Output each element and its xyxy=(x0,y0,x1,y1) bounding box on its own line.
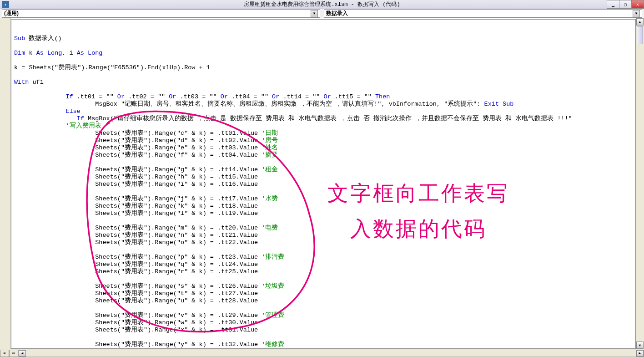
code-line[interactable]: Sheets("费用表").Range("v" & k) = .tt29.Val… xyxy=(14,312,633,319)
code-line[interactable]: Sheets("费用表").Range("n" & k) = .tt21.Val… xyxy=(14,232,633,239)
code-line[interactable]: Sheets("费用表").Range("p" & k) = .tt23.Val… xyxy=(14,254,633,261)
code-line[interactable] xyxy=(14,275,633,283)
code-line[interactable]: Sheets("费用表").Range("e" & k) = .tt03.Val… xyxy=(14,144,633,152)
scroll-down-button[interactable]: ▼ xyxy=(636,342,644,349)
code-line[interactable]: Sheets("费用表").Range("g" & k) = .tt14.Val… xyxy=(14,166,633,173)
window-title: 房屋租赁租金水电费用综合管理系统.xlsm - 数据写入 (代码) xyxy=(244,0,400,8)
code-content[interactable]: Sub 数据录入() Dim k As Long, i As Long k = … xyxy=(11,34,635,349)
code-line[interactable] xyxy=(14,57,633,64)
code-line[interactable]: Sheets("费用表").Range("x" & k) = .tt31.Val… xyxy=(14,326,633,334)
code-line[interactable]: Sheets("费用表").Range("c" & k) = .tt01.Val… xyxy=(14,130,633,137)
code-line[interactable]: k = Sheets("费用表").Range("E65536").End(xl… xyxy=(14,64,633,71)
scroll-thumb[interactable] xyxy=(637,26,643,44)
minimize-button[interactable]: ▁ xyxy=(607,0,619,9)
code-line[interactable]: Sheets("费用表").Range("l" & k) = .tt19.Val… xyxy=(14,210,633,217)
bottom-bar: ≡ ▭ ◀ ▶ xyxy=(0,349,644,357)
code-line[interactable]: Sheets("费用表").Range("s" & k) = .tt26.Val… xyxy=(14,283,633,290)
code-line[interactable]: Sheets("费用表").Range("f" & k) = .tt04.Val… xyxy=(14,152,633,159)
procedure-view-button[interactable]: ≡ xyxy=(0,350,9,357)
code-line[interactable] xyxy=(14,42,633,50)
code-line[interactable]: Sheets("费用表").Range("y" & k) = .tt32.Val… xyxy=(14,341,633,348)
code-line[interactable]: Else xyxy=(14,108,633,115)
code-line[interactable]: Sheets("费用表").Range("t" & k) = .tt27.Val… xyxy=(14,290,633,297)
code-line[interactable] xyxy=(14,86,633,93)
vertical-scrollbar[interactable]: ▲ ▼ xyxy=(636,18,644,349)
object-dropdown-value: (通用) xyxy=(4,10,19,17)
object-dropdown[interactable]: (通用) ▼ xyxy=(2,9,320,18)
code-line[interactable]: Sheets("费用表").Range("w" & k) = .tt30.Val… xyxy=(14,319,633,326)
code-line[interactable] xyxy=(14,334,633,341)
code-editor[interactable]: Sub 数据录入() Dim k As Long, i As Long k = … xyxy=(11,19,636,349)
window-controls: ▁ ▢ ✕ xyxy=(607,0,644,9)
code-line[interactable]: Sheets("费用表").Range("q" & k) = .tt24.Val… xyxy=(14,261,633,268)
code-line[interactable]: Dim k As Long, i As Long xyxy=(14,50,633,57)
chevron-down-icon: ▼ xyxy=(633,10,640,17)
code-line[interactable]: Sheets("费用表").Range("m" & k) = .tt20.Val… xyxy=(14,224,633,232)
chevron-down-icon: ▼ xyxy=(311,10,318,17)
vbe-icon: ✦ xyxy=(2,1,9,8)
close-button[interactable]: ✕ xyxy=(631,0,644,9)
code-line[interactable]: Sheets("费用表").Range("o" & k) = .tt22.Val… xyxy=(14,239,633,246)
code-line[interactable] xyxy=(14,71,633,79)
code-line[interactable] xyxy=(14,246,633,254)
code-line[interactable]: Sheets("费用表").Range("k" & k) = .tt18.Val… xyxy=(14,203,633,210)
full-module-view-button[interactable]: ▭ xyxy=(9,350,18,357)
procedure-dropdown-value: 数据录入 xyxy=(326,10,348,17)
code-line[interactable]: With uf1 xyxy=(14,79,633,86)
code-line[interactable] xyxy=(14,217,633,224)
scroll-right-button[interactable]: ▶ xyxy=(636,350,644,357)
scroll-left-button[interactable]: ◀ xyxy=(19,350,26,357)
procedure-dropdown[interactable]: 数据录入 ▼ xyxy=(324,9,642,18)
code-line[interactable] xyxy=(14,159,633,166)
object-procedure-row: (通用) ▼ 数据录入 ▼ xyxy=(0,9,644,18)
code-line[interactable]: Sheets("费用表").Range("i" & k) = .tt16.Val… xyxy=(14,181,633,188)
code-line[interactable]: If MsgBox("请仔细审核您所录入的数据 ，点击 是 数据保存至 费用表 … xyxy=(14,115,633,122)
code-line[interactable]: If .tt01 = "" Or .tt02 = "" Or .tt03 = "… xyxy=(14,93,633,101)
code-line[interactable] xyxy=(14,188,633,195)
code-line[interactable] xyxy=(14,305,633,312)
horizontal-scrollbar[interactable]: ◀ ▶ xyxy=(18,350,644,357)
code-line[interactable]: Sheets("费用表").Range("j" & k) = .tt17.Val… xyxy=(14,195,633,203)
code-line[interactable]: Sheets("费用表").Range("r" & k) = .tt25.Val… xyxy=(14,268,633,275)
title-bar: ✦ 房屋租赁租金水电费用综合管理系统.xlsm - 数据写入 (代码) ▁ ▢ … xyxy=(0,0,644,9)
maximize-button[interactable]: ▢ xyxy=(619,0,632,9)
code-line[interactable]: MsgBox "记账日期、房号、租客姓名、摘要名称、房租应缴、房租实缴 ，不能为… xyxy=(14,101,633,108)
code-line[interactable]: Sheets("费用表").Range("h" & k) = .tt15.Val… xyxy=(14,173,633,181)
code-line[interactable]: '写入费用表 xyxy=(14,122,633,130)
scroll-up-button[interactable]: ▲ xyxy=(636,18,644,26)
code-line[interactable]: Sub 数据录入() xyxy=(14,35,633,42)
margin-indicator-bar xyxy=(0,18,11,357)
code-line[interactable]: Sheets("费用表").Range("d" & k) = .tt02.Val… xyxy=(14,137,633,144)
code-line[interactable]: Sheets("费用表").Range("u" & k) = .tt28.Val… xyxy=(14,297,633,305)
